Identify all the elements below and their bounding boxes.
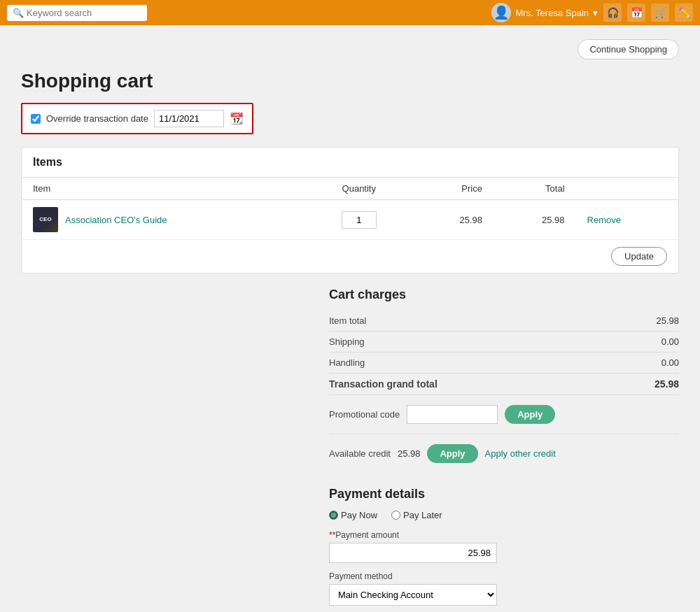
col-quantity: Quantity: [307, 178, 411, 200]
charge-value-item-total: 25.98: [656, 315, 679, 326]
pay-now-label[interactable]: Pay Now: [329, 510, 377, 520]
col-item: Item: [22, 178, 307, 200]
credit-apply-button[interactable]: Apply: [427, 444, 477, 463]
nav-right: 👤 Mrs. Teresa Spain ▾ 🎧 📅 🛒 ✏️: [491, 3, 693, 22]
apply-other-credit-link[interactable]: Apply other credit: [485, 448, 556, 459]
override-date-box: Override transaction date 📆: [21, 103, 253, 134]
charge-row-grand-total: Transaction grand total 25.98: [329, 373, 679, 395]
item-price-cell: 25.98: [411, 200, 493, 240]
payment-amount-input[interactable]: [329, 543, 497, 563]
promo-row: Promotional code Apply: [329, 395, 679, 434]
payment-method-select[interactable]: Main Checking Account: [329, 584, 497, 606]
update-button[interactable]: Update: [611, 247, 667, 266]
col-total: Total: [493, 178, 576, 200]
charge-label-handling: Handling: [329, 357, 365, 368]
item-quantity-cell: [307, 200, 411, 240]
override-date-input[interactable]: [154, 110, 224, 127]
top-nav: 🔍 👤 Mrs. Teresa Spain ▾ 🎧 📅 🛒 ✏️: [0, 0, 700, 25]
edit-icon[interactable]: ✏️: [675, 3, 693, 22]
payment-amount-group: **Payment amount: [329, 530, 679, 563]
pay-later-radio[interactable]: [391, 511, 400, 520]
charge-value-shipping: 0.00: [662, 336, 679, 347]
item-total-cell: 25.98: [493, 200, 576, 240]
override-date-label: Override transaction date: [46, 113, 148, 124]
promo-apply-button[interactable]: Apply: [505, 405, 555, 424]
calendar-icon[interactable]: 📅: [627, 3, 645, 22]
charge-label-item-total: Item total: [329, 315, 366, 326]
credit-label: Available credit: [329, 448, 391, 459]
table-row: CEO Association CEO's Guide 25.98 25.98 …: [22, 200, 678, 240]
pay-radio-row: Pay Now Pay Later: [329, 510, 679, 520]
charge-value-grand-total: 25.98: [654, 378, 679, 390]
col-action: [576, 178, 678, 200]
cart-icon[interactable]: 🛒: [651, 3, 669, 22]
avatar: 👤: [491, 3, 511, 22]
headset-icon[interactable]: 🎧: [603, 3, 622, 22]
search-box[interactable]: 🔍: [7, 5, 147, 21]
update-row: Update: [22, 240, 678, 273]
continue-shopping-row: Continue Shopping: [21, 39, 679, 59]
search-input[interactable]: [27, 8, 141, 18]
item-cell: CEO Association CEO's Guide: [22, 200, 307, 240]
col-price: Price: [411, 178, 493, 200]
main-content: Continue Shopping Shopping cart Override…: [0, 25, 700, 612]
promo-input[interactable]: [407, 405, 498, 424]
calendar-picker-icon[interactable]: 📆: [230, 112, 244, 125]
payment-section: Payment details Pay Now Pay Later **Paym…: [329, 487, 679, 612]
page-title: Shopping cart: [21, 70, 679, 92]
promo-label: Promotional code: [329, 409, 400, 420]
charge-value-handling: 0.00: [662, 357, 679, 368]
cart-charges: Cart charges Item total 25.98 Shipping 0…: [329, 287, 679, 473]
payment-title: Payment details: [329, 487, 679, 501]
remove-link[interactable]: Remove: [587, 215, 621, 225]
continue-shopping-button[interactable]: Continue Shopping: [578, 39, 679, 59]
items-table: Item Quantity Price Total CEO Associatio…: [22, 178, 678, 240]
pay-now-radio[interactable]: [329, 511, 338, 520]
cart-charges-title: Cart charges: [329, 287, 679, 302]
pay-later-label[interactable]: Pay Later: [391, 510, 442, 520]
charge-row-item-total: Item total 25.98: [329, 311, 679, 332]
items-heading: Items: [22, 148, 678, 178]
charge-row-shipping: Shipping 0.00: [329, 332, 679, 353]
payment-method-group: Payment method Main Checking Account: [329, 571, 679, 606]
override-date-checkbox[interactable]: [31, 114, 41, 124]
charge-row-handling: Handling 0.00: [329, 353, 679, 373]
payment-method-label: Payment method: [329, 571, 679, 581]
charge-label-shipping: Shipping: [329, 336, 365, 347]
search-icon: 🔍: [13, 8, 24, 18]
item-image: CEO: [33, 207, 58, 232]
credit-value: 25.98: [398, 448, 421, 459]
item-remove-cell: Remove: [576, 200, 678, 240]
nav-user[interactable]: 👤 Mrs. Teresa Spain ▾: [491, 3, 598, 22]
chevron-down-icon: ▾: [593, 8, 598, 18]
credit-row: Available credit 25.98 Apply Apply other…: [329, 434, 679, 473]
item-name-link[interactable]: Association CEO's Guide: [65, 215, 167, 225]
quantity-input[interactable]: [342, 211, 377, 229]
charge-label-grand-total: Transaction grand total: [329, 378, 438, 390]
user-name: Mrs. Teresa Spain: [515, 8, 589, 18]
items-section: Items Item Quantity Price Total CEO Asso…: [21, 147, 679, 273]
payment-amount-label: **Payment amount: [329, 530, 679, 540]
